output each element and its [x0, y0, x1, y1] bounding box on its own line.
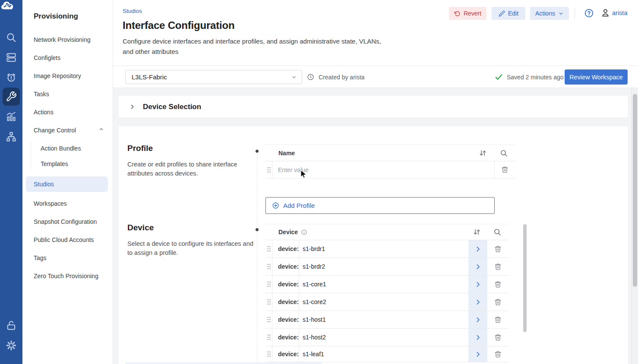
page-scrollbar-thumb[interactable]: [633, 94, 637, 287]
profile-section-description: Create or edit profiles to share interfa…: [127, 160, 248, 178]
drag-handle[interactable]: [265, 276, 272, 293]
user-avatar-icon[interactable]: [600, 8, 610, 18]
search-icon[interactable]: [493, 228, 501, 236]
review-workspace-button[interactable]: Review Workspace: [565, 69, 628, 85]
sidebar-item-snapshot-configuration[interactable]: Snapshot Configuration: [34, 217, 97, 226]
open-device-button[interactable]: [468, 276, 487, 293]
sort-icon[interactable]: [479, 149, 487, 157]
profile-column-header: Name: [278, 150, 295, 157]
open-device-button[interactable]: [468, 311, 487, 328]
delete-device-button[interactable]: [487, 346, 509, 362]
delete-device-button[interactable]: [487, 329, 509, 346]
workspace-select[interactable]: L3LS-Fabric: [125, 70, 302, 84]
device-table: Device device: s1-brdr1 device:: [265, 224, 509, 240]
clock-icon: [307, 73, 314, 81]
revert-button[interactable]: Revert: [449, 7, 486, 20]
profile-input-row: [265, 161, 515, 179]
profile-name-cell: [272, 161, 495, 178]
delete-device-button[interactable]: [487, 293, 509, 311]
sidebar-item-image-repository[interactable]: Image Repository: [34, 71, 81, 81]
device-column-header: Device: [278, 229, 298, 235]
device-selection-section-header[interactable]: Device Selection: [119, 96, 628, 118]
drag-handle[interactable]: [265, 329, 272, 346]
events-alarm-nav-icon[interactable]: [6, 72, 17, 83]
page-scrollbar[interactable]: [631, 88, 638, 364]
device-list-scrollbar-thumb[interactable]: [523, 224, 527, 332]
open-device-button[interactable]: [468, 258, 487, 275]
sidebar-item-network-provisioning[interactable]: Network Provisioning: [34, 35, 91, 44]
device-row-value: s1-host2: [299, 329, 468, 346]
delete-device-button[interactable]: [487, 240, 509, 257]
device-row: device: s1-leaf1: [265, 346, 509, 362]
topology-nav-icon[interactable]: [6, 131, 17, 142]
workspace-name: L3LS-Fabric: [132, 73, 167, 81]
device-row-value: s1-leaf1: [299, 346, 468, 362]
sidebar-item-actions[interactable]: Actions: [34, 107, 54, 117]
wrench-icon: [6, 91, 17, 102]
sidebar-item-action-bundles[interactable]: Action Bundles: [41, 144, 81, 153]
workspace-bar: L3LS-Fabric Created by arista Saved 2 mi…: [113, 66, 638, 88]
sidebar-item-studios[interactable]: Studios: [26, 176, 108, 192]
device-row-label: device:: [272, 346, 299, 362]
sidebar-item-templates[interactable]: Templates: [41, 159, 68, 169]
add-profile-button[interactable]: Add Profile: [265, 197, 495, 214]
profile-name-input[interactable]: [272, 166, 494, 173]
trash-icon: [501, 166, 509, 173]
device-row: device: s1-core2: [265, 293, 509, 311]
chevron-right-icon: [475, 281, 481, 288]
open-device-button[interactable]: [468, 329, 487, 346]
drag-handle[interactable]: [265, 311, 272, 328]
drag-handle[interactable]: [265, 293, 272, 311]
sidebar-item-tags[interactable]: Tags: [34, 253, 47, 263]
help-circle-icon: [584, 8, 594, 18]
delete-device-button[interactable]: [487, 258, 509, 275]
device-row-value: s1-core2: [299, 293, 468, 311]
page-header: Studios Interface Configuration Configur…: [113, 0, 638, 66]
device-inventory-nav-icon[interactable]: [6, 52, 17, 63]
device-section-title: Device: [127, 223, 154, 232]
trash-icon: [494, 351, 502, 358]
saved-check-icon: [495, 73, 503, 81]
open-device-button[interactable]: [468, 240, 487, 257]
metrics-nav-icon[interactable]: [6, 111, 17, 122]
drag-handle[interactable]: [265, 258, 272, 275]
open-device-button[interactable]: [468, 346, 487, 362]
sort-icon[interactable]: [473, 228, 481, 236]
device-row-label: device:: [272, 240, 299, 257]
sidebar-item-change-control[interactable]: Change Control: [34, 126, 76, 135]
sidebar-item-tasks[interactable]: Tasks: [34, 89, 49, 99]
app-icon-rail: [0, 0, 22, 364]
plus-circle-icon: [272, 202, 279, 209]
settings-gear-nav-icon[interactable]: [6, 340, 17, 351]
search-icon[interactable]: [500, 149, 508, 157]
device-row: device: s1-brdr1: [265, 240, 509, 258]
cloudvision-logo-icon: [0, 0, 15, 12]
delete-profile-button[interactable]: [495, 161, 515, 178]
sidebar-item-public-cloud-accounts[interactable]: Public Cloud Accounts: [34, 235, 94, 245]
drag-handle[interactable]: [265, 161, 272, 178]
chevron-right-icon: [475, 299, 481, 305]
trash-icon: [494, 245, 502, 253]
help-button[interactable]: [584, 8, 594, 18]
search-nav-icon[interactable]: [6, 32, 17, 43]
provisioning-nav-active-tile[interactable]: [3, 88, 20, 106]
open-device-button[interactable]: [468, 293, 487, 311]
edit-button[interactable]: Edit: [492, 7, 525, 20]
delete-device-button[interactable]: [487, 276, 509, 293]
sidebar-item-zero-touch-provisioning[interactable]: Zero Touch Provisioning: [34, 271, 98, 281]
chevron-right-icon: [475, 264, 481, 270]
chevron-up-icon[interactable]: [98, 126, 104, 132]
drag-handle[interactable]: [265, 346, 272, 362]
sidebar-item-configlets[interactable]: Configlets: [34, 53, 60, 63]
info-icon[interactable]: [301, 229, 307, 235]
unlock-nav-icon[interactable]: [6, 320, 17, 331]
actions-dropdown-button[interactable]: Actions: [530, 7, 569, 20]
chevron-right-icon: [475, 334, 481, 341]
username[interactable]: arista: [612, 9, 627, 16]
profile-table: Name Add Profile: [265, 144, 515, 179]
delete-device-button[interactable]: [487, 311, 509, 328]
sidebar-item-workspaces[interactable]: Workspaces: [34, 199, 67, 208]
drag-handle[interactable]: [265, 240, 272, 257]
page-subtitle: Configure device interfaces and interfac…: [123, 36, 382, 57]
breadcrumb-studios[interactable]: Studios: [123, 8, 142, 14]
